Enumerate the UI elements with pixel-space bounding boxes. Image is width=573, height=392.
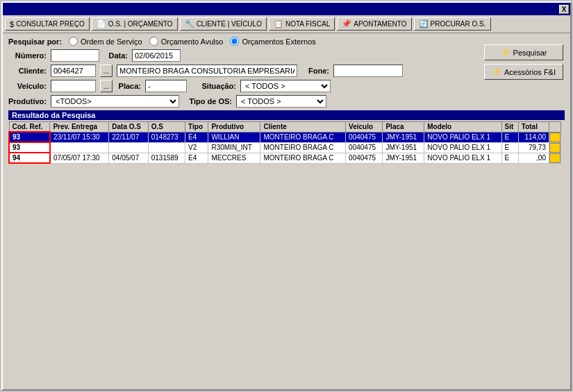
cell-cod-ref: 94: [9, 153, 50, 163]
numero-label: Número:: [8, 51, 47, 60]
veiculo-input[interactable]: [51, 80, 96, 92]
col-placa: Placa: [383, 122, 424, 133]
produtivo-select[interactable]: <TODOS>: [51, 95, 179, 108]
right-action-buttons: ⚡ Pesquisar ⚡ Acessórios F&I: [484, 44, 563, 80]
cliente-id-input[interactable]: [51, 65, 96, 77]
cell-modelo: NOVO PALIO ELX 1: [424, 142, 501, 153]
col-tipo: Tipo: [185, 122, 208, 133]
cell-sit: E: [501, 153, 518, 163]
cell-cod-ref: 93: [9, 132, 50, 142]
tipo-os-select[interactable]: < TODOS >: [236, 95, 326, 108]
cliente-name-input[interactable]: [117, 65, 297, 77]
consultar-preco-button[interactable]: $ CONSULTAR PREÇO: [5, 17, 90, 31]
cliente-row: Cliente: ... Fone:: [8, 65, 565, 77]
cell-os: 0148273: [148, 132, 185, 142]
numero-input[interactable]: [51, 49, 99, 62]
data-input[interactable]: [132, 49, 181, 62]
title-bar: X: [3, 3, 570, 15]
yellow-action-button[interactable]: [549, 143, 560, 153]
cliente-veiculo-button[interactable]: 🔧 CLIENTE | VEÍCULO: [180, 17, 267, 31]
acessorios-button[interactable]: ⚡ Acessórios F&I: [484, 64, 563, 80]
col-prev-entrega: Prev. Entrega: [50, 122, 109, 133]
content-area: Pesquisar por: Ordem de Serviço Orçament…: [3, 33, 570, 167]
cell-os: 0131589: [148, 153, 185, 163]
cell-sit: E: [501, 132, 518, 142]
cell-prev-entrega: 23/11/07 15:30: [50, 132, 109, 142]
pesquisar-por-label: Pesquisar por:: [8, 37, 62, 46]
placa-label: Placa:: [117, 82, 141, 90]
close-button[interactable]: X: [559, 5, 569, 14]
radio-orcamentos-externos-input[interactable]: [230, 37, 239, 46]
consultar-preco-label: CONSULTAR PREÇO: [16, 20, 85, 28]
cell-cliente: MONTEIRO BRAGA C: [260, 142, 346, 153]
procurar-os-label: PROCURAR O.S.: [431, 20, 486, 28]
cell-action-button[interactable]: [549, 132, 561, 142]
col-data-os: Data O.S: [109, 122, 148, 133]
cliente-label: Cliente:: [8, 67, 47, 75]
situacao-select[interactable]: < TODOS >: [240, 80, 331, 92]
lightning-icon: ⚡: [501, 48, 510, 57]
pesquisar-label: Pesquisar: [513, 49, 547, 57]
placa-input[interactable]: [145, 80, 187, 92]
radio-ordem-servico[interactable]: Ordem de Serviço: [69, 37, 142, 46]
fone-input[interactable]: [333, 65, 403, 77]
yellow-action-button[interactable]: [549, 153, 560, 163]
table-row[interactable]: 93V2R30MIN_INTMONTEIRO BRAGA C0040475JMY…: [9, 142, 561, 153]
cell-placa: JMY-1951: [383, 142, 424, 153]
radio-orcamento-avulso[interactable]: Orçamento Avulso: [149, 37, 224, 46]
pin-icon: 📌: [342, 19, 351, 28]
radio-orcamento-avulso-label: Orçamento Avulso: [161, 37, 224, 46]
wrench-icon: 🔧: [185, 19, 194, 28]
results-table: Cod. Ref. Prev. Entrega Data O.S O.S Tip…: [8, 121, 561, 164]
col-cliente: Cliente: [260, 122, 346, 133]
data-label: Data:: [103, 51, 128, 60]
cell-placa: JMY-1951: [383, 153, 424, 163]
produtivo-row: Produtivo: <TODOS> Tipo de OS: < TODOS >: [8, 95, 565, 108]
cell-sit: E: [501, 142, 518, 153]
pesquisar-button[interactable]: ⚡ Pesquisar: [484, 44, 563, 60]
cell-placa: JMY-1951: [383, 132, 424, 142]
clipboard-icon: 📋: [274, 19, 283, 28]
cell-produtivo: R30MIN_INT: [208, 142, 260, 153]
procurar-os-button[interactable]: 🔄 PROCURAR O.S.: [414, 17, 491, 31]
cliente-lookup-button[interactable]: ...: [100, 65, 113, 77]
cell-tipo: V2: [185, 142, 208, 153]
cell-modelo: NOVO PALIO ELX 1: [424, 153, 501, 163]
cell-total: ,00: [518, 153, 549, 163]
radio-ordem-servico-input[interactable]: [69, 37, 78, 46]
radio-orcamentos-externos[interactable]: Orçamentos Externos: [230, 37, 315, 46]
acessorios-label: Acessórios F&I: [504, 68, 556, 76]
os-orcamento-label: O.S. | ORÇAMENTO: [108, 20, 173, 28]
numero-data-row: Número: Data:: [8, 49, 565, 62]
cell-action-button[interactable]: [549, 153, 561, 163]
col-modelo: Modelo: [424, 122, 501, 133]
table-row[interactable]: 9407/05/07 17:3004/05/070131589E4MECCRES…: [9, 153, 561, 163]
table-header: Cod. Ref. Prev. Entrega Data O.S O.S Tip…: [9, 122, 561, 133]
radio-ordem-servico-label: Ordem de Serviço: [81, 37, 142, 46]
cell-modelo: NOVO PALIO ELX 1: [424, 132, 501, 142]
cell-data-os: 22/11/07: [109, 132, 148, 142]
cell-total: 79,73: [518, 142, 549, 153]
cell-veiculo: 0040475: [346, 142, 383, 153]
refresh-icon: 🔄: [419, 19, 429, 28]
veiculo-row: Veículo: ... Placa: Situação: < TODOS >: [8, 80, 565, 92]
col-total: Total: [518, 122, 549, 133]
main-window: X $ CONSULTAR PREÇO 📄 O.S. | ORÇAMENTO 🔧…: [1, 1, 572, 391]
veiculo-label: Veículo:: [8, 82, 47, 90]
nota-fiscal-button[interactable]: 📋 NOTA FISCAL: [269, 17, 335, 31]
os-orcamento-button[interactable]: 📄 O.S. | ORÇAMENTO: [92, 17, 178, 31]
cell-action-button[interactable]: [549, 142, 561, 153]
cell-produtivo: WILLIAN: [208, 132, 260, 142]
dollar-icon: $: [10, 20, 14, 28]
cell-cliente: MONTEIRO BRAGA C: [260, 153, 346, 163]
cell-veiculo: 0040475: [346, 153, 383, 163]
apontamento-button[interactable]: 📌 APONTAMENTO: [337, 17, 411, 31]
cell-data-os: [109, 142, 148, 153]
cell-produtivo: MECCRES: [208, 153, 260, 163]
veiculo-lookup-button[interactable]: ...: [100, 80, 113, 92]
yellow-action-button[interactable]: [549, 133, 560, 142]
table-row[interactable]: 9323/11/07 15:3022/11/070148273E4WILLIAN…: [9, 132, 561, 142]
radio-orcamento-avulso-input[interactable]: [149, 37, 158, 46]
radio-orcamentos-externos-label: Orçamentos Externos: [242, 37, 315, 46]
col-veiculo: Veículo: [346, 122, 383, 133]
